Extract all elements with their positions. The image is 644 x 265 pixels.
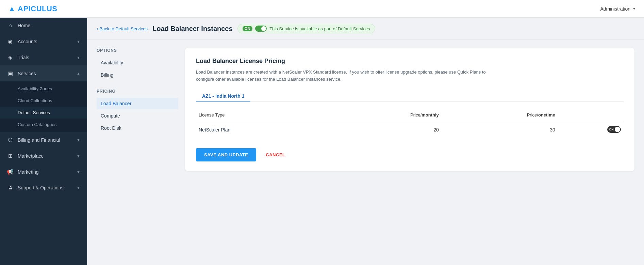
chevron-down-icon: ▼ [77, 40, 80, 44]
col-price-monthly: Price/monthly [324, 109, 441, 121]
sidebar-item-home[interactable]: ⌂ Home [0, 18, 87, 33]
status-badge: ON This Service is available as part of … [237, 24, 375, 33]
chevron-left-icon: ‹ [97, 26, 98, 31]
logo: ▲ APICULUS [8, 4, 57, 13]
pricing-section: PRICING Load Balancer Compute Root Disk [97, 89, 178, 134]
sidebar-item-label: Billing and Financial [18, 137, 60, 143]
sidebar-sub-availability-zones[interactable]: Availability Zones [0, 83, 87, 95]
col-price-onetime: Price/onetime [442, 109, 558, 121]
sidebar: ⌂ Home ◉ Accounts ▼ ◈ Trials ▼ ▣ Service… [0, 18, 87, 265]
page-title: Load Balancer Instances [152, 25, 233, 33]
pricing-table: License Type Price/monthly Price/onetime… [196, 109, 624, 139]
main-content: ‹ Back to Default Services Load Balancer… [87, 18, 644, 265]
pricing-panel: Load Balancer License Pricing Load Balan… [185, 48, 634, 171]
sidebar-item-services[interactable]: ▣ Services ▲ [0, 65, 87, 81]
toggle-on-text: ON [609, 128, 614, 131]
toggle-knob [261, 26, 266, 31]
row-toggle-cell: ON [558, 121, 624, 139]
pricing-section-title: PRICING [97, 89, 178, 94]
sidebar-item-marketplace[interactable]: ⊞ Marketplace ▼ [0, 148, 87, 164]
chevron-down-icon: ▼ [77, 170, 80, 174]
pricing-item-load-balancer[interactable]: Load Balancer [97, 98, 178, 109]
chevron-down-icon: ▼ [77, 56, 80, 60]
options-item-billing[interactable]: Billing [97, 69, 178, 81]
sidebar-item-accounts[interactable]: ◉ Accounts ▼ [0, 33, 87, 49]
actions: SAVE AND UPDATE CANCEL [196, 148, 624, 161]
logo-api: ▲ APICULUS [8, 4, 57, 13]
options-panel: OPTIONS Availability Billing PRICING Loa… [97, 48, 178, 171]
sidebar-item-label: Home [18, 23, 30, 28]
pricing-item-compute[interactable]: Compute [97, 110, 178, 122]
col-license-type: License Type [196, 109, 324, 121]
chevron-down-icon: ▼ [77, 186, 80, 190]
support-icon: 🖥 [7, 185, 14, 191]
sidebar-item-label: Trials [18, 55, 29, 60]
sidebar-item-support[interactable]: 🖥 Support & Operations ▼ [0, 180, 87, 196]
chevron-down-icon: ▼ [77, 138, 80, 142]
sidebar-item-label: Accounts [18, 39, 37, 44]
back-link[interactable]: ‹ Back to Default Services [97, 26, 148, 31]
tab-az1[interactable]: AZ1 - India North 1 [196, 91, 250, 102]
table-row: NetScaler Plan 20 30 ON [196, 121, 624, 139]
options-section-title: OPTIONS [97, 48, 178, 53]
page-header: ‹ Back to Default Services Load Balancer… [87, 18, 644, 40]
marketplace-icon: ⊞ [7, 153, 14, 159]
sidebar-item-label: Support & Operations [18, 185, 64, 190]
sidebar-item-marketing[interactable]: 📢 Marketing ▼ [0, 164, 87, 180]
sidebar-item-billing[interactable]: ⬡ Billing and Financial ▼ [0, 132, 87, 148]
cancel-button[interactable]: CANCEL [259, 148, 292, 161]
services-icon: ▣ [7, 70, 14, 77]
save-and-update-button[interactable]: SAVE AND UPDATE [196, 148, 256, 161]
chevron-down-icon: ▼ [632, 7, 636, 11]
sidebar-item-trials[interactable]: ◈ Trials ▼ [0, 49, 87, 65]
top-header: ▲ APICULUS Administration ▼ [0, 0, 644, 18]
sidebar-item-label: Marketing [18, 169, 38, 175]
price-onetime-cell: 30 [442, 121, 558, 139]
toggle-on-label: ON [243, 26, 253, 31]
home-icon: ⌂ [7, 22, 14, 29]
license-type-cell: NetScaler Plan [196, 121, 324, 139]
sidebar-sub-cloud-collections[interactable]: Cloud Collections [0, 95, 87, 107]
row-toggle[interactable]: ON [607, 126, 621, 133]
sidebar-item-label: Services [18, 71, 36, 76]
billing-icon: ⬡ [7, 137, 14, 143]
pricing-item-root-disk[interactable]: Root Disk [97, 122, 178, 134]
pricing-panel-title: Load Balancer License Pricing [196, 58, 624, 65]
services-submenu: Availability Zones Cloud Collections Def… [0, 81, 87, 132]
accounts-icon: ◉ [7, 38, 14, 45]
admin-label: Administration [600, 6, 630, 12]
admin-menu[interactable]: Administration ▼ [600, 6, 636, 12]
chevron-down-icon: ▼ [77, 154, 80, 158]
pricing-description: Load Balancer Instances are created with… [196, 69, 489, 83]
service-toggle[interactable] [255, 26, 267, 32]
marketing-icon: 📢 [7, 169, 14, 175]
sidebar-item-label: Marketplace [18, 153, 44, 159]
toggle-knob [615, 127, 620, 132]
status-badge-text: This Service is available as part of Def… [269, 26, 370, 31]
options-item-availability[interactable]: Availability [97, 57, 178, 68]
tabs: AZ1 - India North 1 [196, 91, 624, 102]
sidebar-sub-custom-catalogues[interactable]: Custom Catalogues [0, 119, 87, 130]
col-toggle [558, 109, 624, 121]
chevron-up-icon: ▲ [77, 72, 80, 76]
trials-icon: ◈ [7, 54, 14, 61]
sidebar-sub-default-services[interactable]: Default Services [0, 107, 87, 119]
content-area: OPTIONS Availability Billing PRICING Loa… [87, 40, 644, 179]
price-monthly-cell: 20 [324, 121, 441, 139]
